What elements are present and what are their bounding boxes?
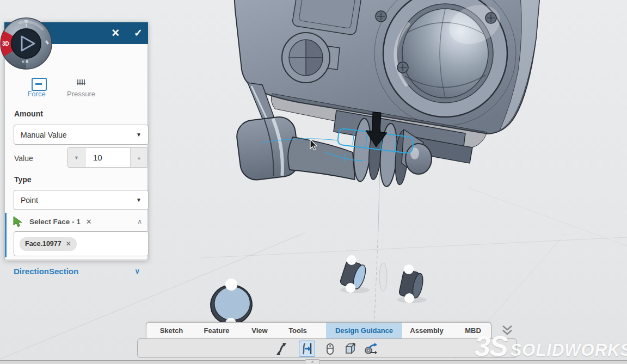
value-label: Value [14, 154, 33, 163]
tab-feature[interactable]: Feature [204, 323, 230, 338]
amount-select[interactable]: Manual Value ▼ [14, 125, 149, 145]
face-chip-label: Face.10977 [25, 240, 62, 248]
decrement-button[interactable]: ▼ [68, 148, 85, 167]
active-section-accent [5, 213, 7, 257]
chevron-up-icon: ∧ [311, 360, 314, 363]
mouse-tool-icon[interactable] [322, 341, 338, 357]
direction-section-label: DirectionSection [14, 267, 78, 276]
selection-list[interactable]: Face.10977 ✕ [14, 231, 149, 256]
tab-tools[interactable]: Tools [288, 323, 307, 338]
ribbon-tab-bar: Sketch Feature View Tools Design Guidanc… [146, 322, 491, 338]
compass-vr-label: V.R [22, 60, 29, 64]
value-field[interactable]: 10 [85, 148, 130, 167]
force-pressure-tabs: Force Pressure [5, 75, 147, 103]
solidworks-watermark: 3SSOLIDWORKS [475, 330, 627, 362]
solidworks-wordmark: SOLIDWORKS [511, 341, 627, 360]
3ds-logo: 3S [475, 330, 507, 362]
increment-button[interactable]: ▲ [130, 148, 147, 167]
direction-section-row[interactable]: DirectionSection ∨ [5, 260, 147, 282]
tab-assembly[interactable]: Assembly [410, 323, 443, 338]
sheet-metal-icon[interactable] [362, 341, 379, 357]
amount-select-value: Manual Value [21, 131, 67, 139]
chevron-up-icon[interactable]: ∧ [137, 218, 142, 225]
section-box-icon[interactable] [342, 341, 358, 357]
chevron-down-icon: ∨ [134, 267, 140, 275]
pressure-icon [77, 79, 85, 87]
floor-parts[interactable] [208, 255, 427, 331]
3dexperience-compass[interactable]: 3D V.R [0, 17, 52, 70]
tab-design-guidance[interactable]: Design Guidance [335, 323, 393, 338]
confirm-icon[interactable]: ✓ [134, 22, 143, 44]
type-select-value: Point [21, 196, 38, 205]
force-icon [32, 78, 47, 91]
type-label: Type [14, 175, 32, 184]
close-icon[interactable]: ✕ [111, 22, 120, 44]
amount-label: Amount [14, 109, 43, 118]
svg-text:3D: 3D [2, 41, 9, 47]
type-select[interactable]: Point ▼ [14, 190, 149, 210]
chevron-down-icon: ▼ [136, 197, 142, 203]
select-cursor-icon [13, 216, 23, 227]
expand-panel-tab[interactable]: ∧ [305, 359, 320, 364]
applied-load-icon[interactable] [299, 341, 315, 357]
select-face-row: Select Face - 1 ✕ ∧ [13, 214, 142, 229]
bend-route-icon[interactable] [274, 341, 291, 357]
select-face-label: Select Face - 1 [29, 218, 81, 226]
clear-selection-icon[interactable]: ✕ [86, 218, 92, 226]
design-guidance-toolbar [137, 338, 517, 358]
app-window: ✕ ✓ Force Pressure Amount Manual Value ▼… [0, 0, 627, 364]
chevron-down-icon: ▼ [136, 132, 142, 138]
chip-remove-icon[interactable]: ✕ [66, 240, 71, 248]
tab-pressure[interactable]: Pressure [59, 75, 103, 98]
tab-view[interactable]: View [251, 323, 267, 338]
face-chip[interactable]: Face.10977 ✕ [20, 237, 77, 251]
tab-sketch[interactable]: Sketch [160, 323, 183, 338]
value-stepper: ▼ 10 ▲ [67, 147, 148, 168]
tab-force[interactable]: Force [16, 75, 57, 98]
